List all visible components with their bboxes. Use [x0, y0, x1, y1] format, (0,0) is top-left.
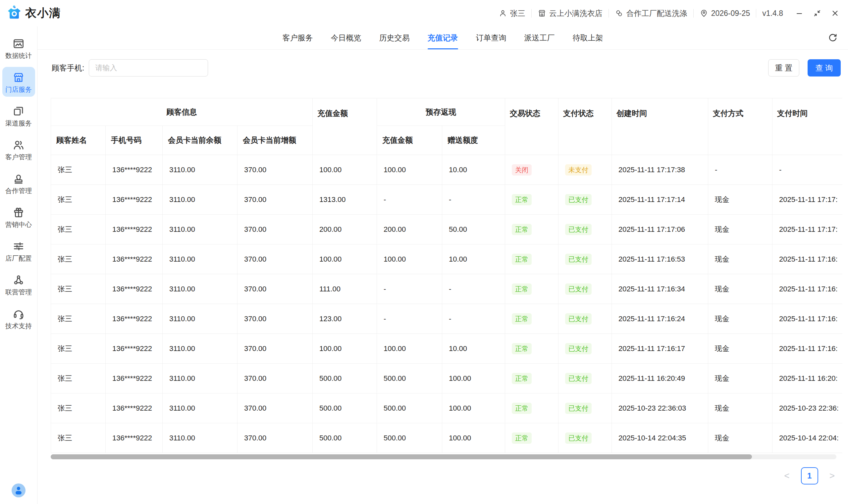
refresh-icon[interactable]	[828, 33, 838, 43]
sidebar-item-channel-service[interactable]: 渠道服务	[2, 101, 35, 130]
current-page[interactable]: 1	[801, 467, 818, 484]
cell-create-time: 2025-10-14 22:04:35	[612, 423, 708, 453]
cell-gift-quota: 100.00	[442, 364, 505, 393]
tab-bar: 客户服务今日概览历史交易充值记录订单查询派送工厂待取上架	[37, 26, 848, 50]
channels-icon	[12, 105, 25, 118]
tab-dispatch-factory[interactable]: 派送工厂	[524, 26, 555, 49]
customer-phone-label: 顾客手机:	[52, 63, 84, 73]
table-row: 张三136****92223110.00370.00111.00--正常已支付2…	[51, 274, 843, 304]
status-badge: 正常	[512, 284, 532, 295]
header-customer-name: 顾客姓名	[51, 126, 106, 155]
partner-circles-icon	[615, 9, 623, 18]
status-badge: 正常	[512, 224, 532, 235]
sidebar-item-label: 渠道服务	[5, 120, 32, 126]
cell-pay-method: 现金	[708, 245, 773, 274]
tab-customer-service[interactable]: 客户服务	[283, 26, 313, 49]
status-badge: 正常	[512, 403, 532, 414]
cell-customer-name: 张三	[51, 393, 106, 423]
table-row: 张三136****92223110.00370.00100.00100.0010…	[51, 245, 843, 274]
status-badge: 已支付	[565, 403, 591, 414]
tab-order-query[interactable]: 订单查询	[476, 26, 507, 49]
cell-create-time: 2025-11-11 17:16:24	[612, 304, 708, 334]
tab-recharge-records[interactable]: 充值记录	[428, 26, 458, 49]
cell-pay-status: 已支付	[559, 245, 612, 274]
cell-pay-method: 现金	[708, 393, 773, 423]
cell-pay-status: 已支付	[559, 423, 612, 453]
cell-pay-time: -	[773, 155, 843, 185]
cell-card-bonus: 370.00	[237, 364, 313, 393]
cell-pay-time: 2025-11-11 17:16:	[773, 245, 843, 274]
close-icon[interactable]	[831, 9, 840, 18]
status-badge: 正常	[512, 432, 532, 444]
customer-phone-input[interactable]	[89, 59, 208, 76]
scrollbar-thumb[interactable]	[51, 454, 752, 459]
tab-pickup-shelf[interactable]: 待取上架	[573, 26, 603, 49]
status-badge: 关闭	[512, 164, 532, 176]
cell-trade-status: 正常	[505, 304, 559, 334]
cell-trade-status: 正常	[505, 364, 559, 393]
cell-customer-name: 张三	[51, 423, 106, 453]
restore-button[interactable]	[813, 9, 822, 18]
cell-pay-status: 已支付	[559, 215, 612, 245]
sidebar-item-store-factory-config[interactable]: 店厂配置	[2, 236, 35, 266]
tab-history-trades[interactable]: 历史交易	[379, 26, 410, 49]
next-page-button[interactable]: >	[829, 471, 835, 481]
app-version: v1.4.8	[762, 9, 783, 18]
minimize-button[interactable]	[795, 9, 803, 18]
cell-card-bonus: 370.00	[237, 185, 313, 215]
cell-pay-time: 2025-10-23 22:36:	[773, 393, 843, 423]
cell-prestore-amount: -	[377, 185, 442, 215]
cell-pay-time: 2025-11-11 16:20:	[773, 364, 843, 393]
cell-recharge-amount: 1313.00	[313, 185, 377, 215]
reset-button[interactable]: 重 置	[768, 59, 799, 76]
user-avatar[interactable]	[12, 484, 25, 499]
sidebar-item-alliance-mgmt[interactable]: 联营管理	[2, 270, 35, 299]
sidebar-item-label: 数据统计	[5, 52, 32, 59]
work-mode: 合作工厂配送洗涤	[615, 8, 687, 19]
cell-pay-method: -	[708, 155, 773, 185]
table-row: 张三136****92223110.00370.001313.00--正常已支付…	[51, 185, 843, 215]
cell-trade-status: 关闭	[505, 155, 559, 185]
cell-pay-time: 2025-10-14 22:04:	[773, 423, 843, 453]
prev-page-button[interactable]: <	[784, 471, 789, 481]
header-prestore-amount: 充值金额	[377, 126, 442, 155]
user-icon	[498, 9, 507, 18]
search-button[interactable]: 查 询	[808, 59, 841, 76]
app-window: 衣小满 张三 云上小满洗衣店	[0, 0, 848, 504]
cell-card-balance: 3110.00	[163, 274, 237, 304]
sidebar-item-customer-mgmt[interactable]: 客户管理	[2, 134, 35, 164]
sidebar-item-tech-support[interactable]: 技术支持	[2, 303, 35, 333]
cell-create-time: 2025-11-11 17:17:38	[612, 155, 708, 185]
tab-today-overview[interactable]: 今日概览	[331, 26, 361, 49]
cell-customer-name: 张三	[51, 364, 106, 393]
cell-card-bonus: 370.00	[237, 304, 313, 334]
cell-card-balance: 3110.00	[163, 185, 237, 215]
sidebar-item-marketing-center[interactable]: 营销中心	[2, 202, 35, 232]
avatar-icon	[12, 493, 25, 498]
user-name: 张三	[510, 8, 525, 19]
cell-customer-name: 张三	[51, 334, 106, 364]
cell-card-balance: 3110.00	[163, 423, 237, 453]
status-badge: 已支付	[565, 254, 591, 265]
cell-create-time: 2025-11-11 17:16:34	[612, 274, 708, 304]
sidebar-item-store-service[interactable]: 门店服务	[2, 67, 35, 97]
header-card-bonus: 会员卡当前增额	[237, 126, 313, 155]
cell-customer-name: 张三	[51, 304, 106, 334]
cell-pay-status: 未支付	[559, 155, 612, 185]
sidebar-item-data-stats[interactable]: 数据统计	[2, 33, 35, 63]
divider	[756, 9, 756, 18]
header-pay-method: 支付方式	[708, 98, 773, 155]
sidebar-item-cooperation-mgmt[interactable]: 合作管理	[2, 168, 35, 198]
header-pay-time: 支付时间	[773, 98, 843, 155]
header-phone: 手机号码	[106, 126, 163, 155]
status-badge: 已支付	[565, 194, 591, 205]
cell-gift-quota: 10.00	[442, 334, 505, 364]
status-badge: 已支付	[565, 343, 591, 354]
header-gift-quota: 赠送额度	[442, 126, 505, 155]
cell-customer-name: 张三	[51, 215, 106, 245]
status-badge: 已支付	[565, 284, 591, 295]
topbar: 衣小满 张三 云上小满洗衣店	[0, 0, 848, 26]
cell-prestore-amount: -	[377, 274, 442, 304]
status-badge: 正常	[512, 313, 532, 325]
current-user: 张三	[498, 8, 525, 19]
